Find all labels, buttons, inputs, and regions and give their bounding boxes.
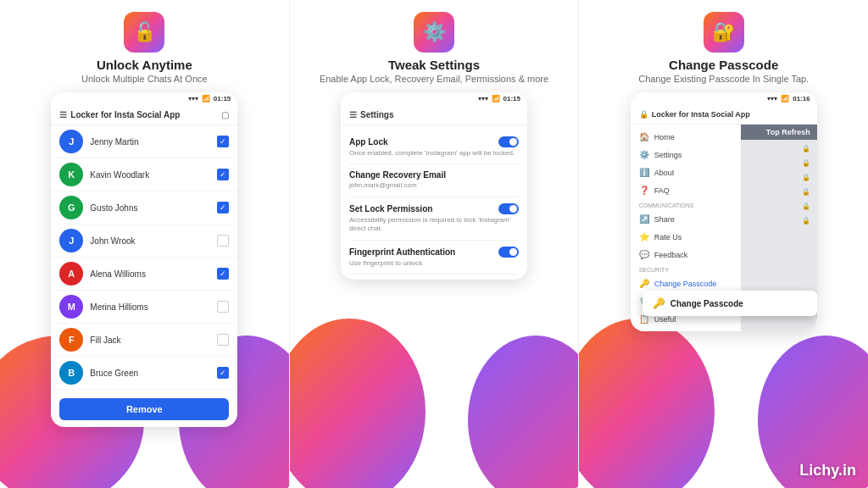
wifi-icon-2: 📶 xyxy=(492,95,500,103)
settings-fingerprint[interactable]: Fingerprint Authentication Use fingerpri… xyxy=(349,241,519,274)
share-icon: ↗️ xyxy=(639,214,649,224)
toggle-fingerprint[interactable] xyxy=(498,247,519,258)
checkbox-jenny[interactable] xyxy=(217,136,229,147)
sidebar-item-rateus[interactable]: ⭐ Rate Us xyxy=(631,228,741,246)
settings-lock-permission-title: Set Lock Permission xyxy=(349,203,519,214)
status-bar-3: ▾▾▾ 📶 01:16 xyxy=(631,92,817,105)
section1-subtitle: Unlock Multiple Chats At Once xyxy=(81,74,208,84)
phone-mockup-2: ▾▾▾ 📶 01:15 ☰ Settings App Lock Once ena… xyxy=(341,92,527,280)
chat-name-john: John Wrook xyxy=(90,236,210,246)
chat-name-fill: Fill Jack xyxy=(90,336,210,345)
lock-icon-5: 🔒 xyxy=(802,202,810,210)
sidebar-item-share[interactable]: ↗️ Share xyxy=(631,210,741,228)
sidebar-item-feedback[interactable]: 💬 Feedback xyxy=(631,246,741,263)
signal-icon: ▾▾▾ xyxy=(188,95,198,103)
avatar-gusto: G xyxy=(59,196,83,219)
avatar-alena: A xyxy=(59,262,83,286)
feedback-icon: 💬 xyxy=(639,250,649,259)
chat-name-kavin: Kavin Woodlark xyxy=(90,170,210,180)
settings-recovery-email[interactable]: Change Recovery Email john.mark@gmail.co… xyxy=(349,164,519,197)
checkbox-gusto[interactable] xyxy=(217,202,229,214)
checkbox-kavin[interactable] xyxy=(217,169,229,180)
chat-item-jenny[interactable]: J Jenny Martin xyxy=(51,125,237,158)
checkbox-john[interactable] xyxy=(217,235,229,247)
avatar-merina: M xyxy=(59,295,83,319)
phone-header-3: 🔒 Locker for Insta Social App xyxy=(631,105,817,125)
time-1: 01:15 xyxy=(214,95,231,103)
section2-subtitle: Enable App Lock, Recovery Email, Permiss… xyxy=(320,74,548,84)
signal-icon-3: ▾▾▾ xyxy=(767,95,777,103)
settings-lock-permission[interactable]: Set Lock Permission Accessibility permis… xyxy=(349,197,519,241)
status-bar-2: ▾▾▾ 📶 01:15 xyxy=(341,92,527,105)
square-icon[interactable]: ▢ xyxy=(221,110,229,119)
phone-3-content: 🏠 Home ⚙️ Settings ℹ️ About ❓ FAQ xyxy=(631,125,817,331)
settings-lock-permission-desc: Accessibility permission is required to … xyxy=(349,216,519,234)
hamburger-icon[interactable]: ☰ xyxy=(59,110,67,119)
chat-item-john[interactable]: J John Wrook xyxy=(51,225,237,258)
time-2: 01:15 xyxy=(504,95,520,103)
watermark: Lichy.in xyxy=(799,462,856,480)
section2-title: Tweak Settings xyxy=(388,58,480,72)
comm-section-label: Communications xyxy=(631,199,741,210)
chat-item-fill[interactable]: F Fill Jack xyxy=(51,324,237,357)
phone-mockup-1: ▾▾▾ 📶 01:15 ☰ Locker for Insta Social Ap… xyxy=(51,92,237,427)
chat-name-bruce: Bruce Green xyxy=(90,369,210,378)
tooltip-key-icon: 🔑 xyxy=(653,297,665,309)
key-icon: 🔑 xyxy=(639,279,649,288)
security-section-label: Security xyxy=(631,263,741,274)
avatar-kavin: K xyxy=(59,163,83,186)
settings-app-lock[interactable]: App Lock Once enabled, complete 'Instagr… xyxy=(349,130,519,164)
remove-button[interactable]: Remove xyxy=(59,398,229,420)
checkbox-alena[interactable] xyxy=(217,268,229,280)
chat-name-alena: Alena Willioms xyxy=(90,269,210,279)
sidebar-label-about: About xyxy=(654,169,675,177)
checkbox-bruce[interactable] xyxy=(217,367,229,379)
change-passcode-tooltip[interactable]: 🔑 Change Passcode xyxy=(643,291,817,316)
phone-header-title-2: ☰ Settings xyxy=(349,110,393,119)
passcode-icon: 🔐 xyxy=(704,12,744,53)
avatar-john: J xyxy=(59,229,83,252)
settings-list: App Lock Once enabled, complete 'Instagr… xyxy=(341,125,527,280)
checkbox-merina[interactable] xyxy=(217,301,229,313)
status-bar-1: ▾▾▾ 📶 01:15 xyxy=(51,92,237,105)
phone-header-1: ☰ Locker for Insta Social App ▢ xyxy=(51,105,237,125)
wifi-icon-3: 📶 xyxy=(781,95,789,103)
section2-header: ⚙️ Tweak Settings Enable App Lock, Recov… xyxy=(320,0,548,84)
chat-name-jenny: Jenny Martin xyxy=(90,137,210,147)
time-3: 01:16 xyxy=(793,95,810,103)
section-passcode: 🔐 Change Passcode Change Existing Passco… xyxy=(579,0,868,488)
checkbox-fill[interactable] xyxy=(217,334,229,346)
chat-item-gusto[interactable]: G Gusto Johns xyxy=(51,191,237,225)
toggle-lock-permission[interactable] xyxy=(498,203,519,214)
settings-icon: ⚙️ xyxy=(414,12,454,53)
toggle-app-lock[interactable] xyxy=(498,136,519,147)
avatar-fill: F xyxy=(59,328,83,352)
chat-item-bruce[interactable]: B Bruce Green xyxy=(51,357,237,390)
signal-icon-2: ▾▾▾ xyxy=(478,95,488,103)
section3-header: 🔐 Change Passcode Change Existing Passco… xyxy=(638,0,809,84)
chat-item-kavin[interactable]: K Kavin Woodlark xyxy=(51,158,237,191)
sidebar-item-changepasscode[interactable]: 🔑 Change Passcode xyxy=(631,274,741,292)
hamburger-icon-2[interactable]: ☰ xyxy=(349,110,357,119)
settings-fingerprint-desc: Use fingerprint to unlock xyxy=(349,259,519,268)
settings-recovery-title: Change Recovery Email xyxy=(349,170,519,180)
sidebar-label-useful: Useful xyxy=(654,315,676,324)
sidebar-item-home[interactable]: 🏠 Home xyxy=(631,128,741,146)
chat-item-alena[interactable]: A Alena Willioms xyxy=(51,258,237,291)
sidebar-item-settings[interactable]: ⚙️ Settings xyxy=(631,146,741,164)
lock-icon-4: 🔒 xyxy=(802,188,810,196)
unlock-icon: 🔓 xyxy=(124,12,164,53)
section-unlock: 🔓 Unlock Anytime Unlock Multiple Chats A… xyxy=(0,0,289,488)
sidebar-item-about[interactable]: ℹ️ About xyxy=(631,164,741,181)
sidebar-label-faq: FAQ xyxy=(654,186,670,195)
chat-item-merina[interactable]: M Merina Hillioms xyxy=(51,291,237,324)
sidebar-label-rateus: Rate Us xyxy=(654,233,682,241)
avatar-jenny: J xyxy=(59,130,83,153)
bg-blob-2 xyxy=(468,336,578,488)
phone-header-title-3: 🔒 Locker for Insta Social App xyxy=(639,110,750,119)
chat-list: J Jenny Martin K Kavin Woodlark G Gusto … xyxy=(51,125,237,390)
chat-name-merina: Merina Hillioms xyxy=(90,302,210,312)
right-panel-list: 🔒 🔒 🔒 🔒 🔒 🔒 xyxy=(741,140,817,230)
home-icon: 🏠 xyxy=(639,132,649,141)
sidebar-item-faq[interactable]: ❓ FAQ xyxy=(631,181,741,199)
